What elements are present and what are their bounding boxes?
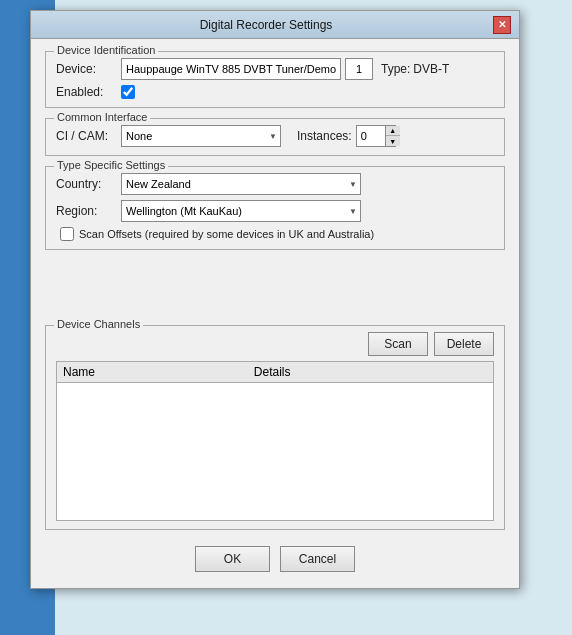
close-button[interactable]: ✕ — [493, 16, 511, 34]
device-channels-section: Device Channels Scan Delete Name Details — [45, 325, 505, 530]
channels-buttons-row: Scan Delete — [56, 332, 494, 356]
ci-cam-select[interactable]: None — [121, 125, 281, 147]
device-row: Device: Type: DVB-T — [56, 58, 494, 80]
country-label: Country: — [56, 177, 121, 191]
enabled-label: Enabled: — [56, 85, 121, 99]
enabled-checkbox[interactable] — [121, 85, 135, 99]
instances-spinbuttons: ▲ ▼ — [385, 126, 400, 146]
instances-label: Instances: — [297, 129, 352, 143]
country-row: Country: New Zealand — [56, 173, 494, 195]
spacer — [45, 260, 505, 325]
type-specific-section: Type Specific Settings Country: New Zeal… — [45, 166, 505, 250]
ci-cam-label: CI / CAM: — [56, 129, 121, 143]
region-label: Region: — [56, 204, 121, 218]
table-header: Name Details — [57, 362, 493, 383]
instances-input-wrapper: ▲ ▼ — [356, 125, 396, 147]
type-label: Type: — [381, 62, 410, 76]
region-select-wrapper: Wellington (Mt KauKau) — [121, 200, 361, 222]
scan-button[interactable]: Scan — [368, 332, 428, 356]
col-name-header: Name — [63, 365, 254, 379]
ci-cam-select-wrapper: None — [121, 125, 281, 147]
digital-recorder-settings-dialog: Digital Recorder Settings ✕ Device Ident… — [30, 10, 520, 589]
device-identification-section: Device Identification Device: Type: DVB-… — [45, 51, 505, 108]
table-body — [57, 383, 493, 518]
type-value: DVB-T — [413, 62, 449, 76]
channels-table: Name Details — [56, 361, 494, 521]
instances-number-input[interactable] — [357, 128, 385, 144]
dialog-buttons-row: OK Cancel — [45, 540, 505, 578]
country-select[interactable]: New Zealand — [121, 173, 361, 195]
enabled-row: Enabled: — [56, 85, 494, 99]
scan-offsets-row: Scan Offsets (required by some devices i… — [60, 227, 494, 241]
device-channels-label: Device Channels — [54, 318, 143, 330]
device-number-input[interactable] — [345, 58, 373, 80]
cancel-button[interactable]: Cancel — [280, 546, 355, 572]
device-identification-label: Device Identification — [54, 44, 158, 56]
common-interface-section: Common Interface CI / CAM: None Instance… — [45, 118, 505, 156]
type-specific-label: Type Specific Settings — [54, 159, 168, 171]
common-interface-label: Common Interface — [54, 111, 150, 123]
dialog-body: Device Identification Device: Type: DVB-… — [31, 39, 519, 588]
dialog-title: Digital Recorder Settings — [39, 18, 493, 32]
device-input[interactable] — [121, 58, 341, 80]
ok-button[interactable]: OK — [195, 546, 270, 572]
instances-increment-button[interactable]: ▲ — [386, 126, 400, 136]
scan-offsets-checkbox[interactable] — [60, 227, 74, 241]
device-label: Device: — [56, 62, 121, 76]
dialog-titlebar: Digital Recorder Settings ✕ — [31, 11, 519, 39]
ci-cam-row: CI / CAM: None Instances: ▲ ▼ — [56, 125, 494, 147]
delete-button[interactable]: Delete — [434, 332, 494, 356]
country-select-wrapper: New Zealand — [121, 173, 361, 195]
instances-decrement-button[interactable]: ▼ — [386, 136, 400, 146]
instances-row: Instances: ▲ ▼ — [297, 125, 396, 147]
col-details-header: Details — [254, 365, 487, 379]
scan-offsets-label: Scan Offsets (required by some devices i… — [79, 228, 374, 240]
region-select[interactable]: Wellington (Mt KauKau) — [121, 200, 361, 222]
region-row: Region: Wellington (Mt KauKau) — [56, 200, 494, 222]
